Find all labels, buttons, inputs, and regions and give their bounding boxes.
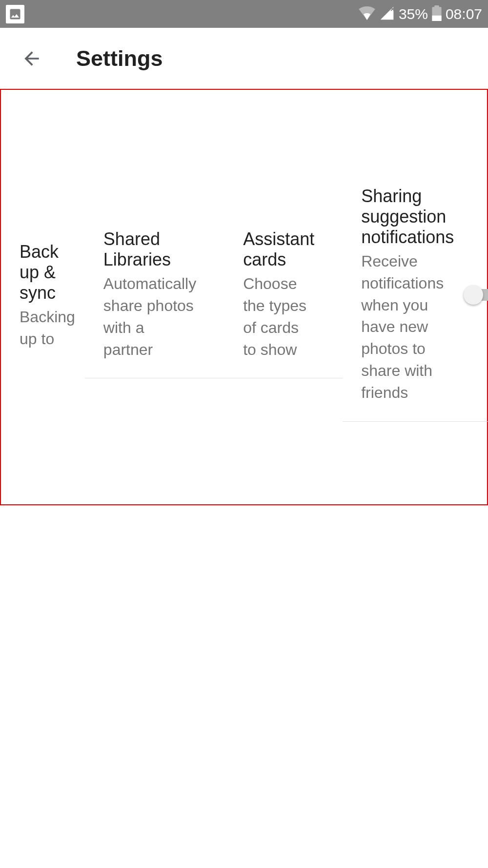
battery-percentage: 35% bbox=[399, 6, 428, 22]
svg-rect-2 bbox=[434, 5, 439, 8]
app-bar: Settings bbox=[0, 28, 488, 89]
setting-backup-sync[interactable]: Back up & sync Backing up to Shared Libr… bbox=[0, 89, 488, 505]
setting-title: Back up & sync bbox=[20, 242, 75, 303]
wifi-icon bbox=[359, 6, 375, 22]
photo-notification-icon bbox=[6, 5, 24, 23]
svg-rect-3 bbox=[432, 15, 441, 21]
sharing-suggestion-toggle[interactable] bbox=[464, 285, 488, 305]
page-title: Settings bbox=[76, 46, 163, 71]
setting-sharing-suggestion[interactable]: Sharing suggestion notifications Receive… bbox=[343, 170, 488, 422]
clock-time: 08:07 bbox=[446, 6, 482, 22]
setting-subtitle: Receive notifications when you have new … bbox=[361, 250, 454, 404]
setting-shared-libraries[interactable]: Shared Libraries Automatically share pho… bbox=[85, 213, 224, 378]
setting-assistant-cards[interactable]: Assistant cards Choose the types of card… bbox=[224, 213, 343, 378]
setting-subtitle: Choose the types of cards to show bbox=[243, 273, 314, 360]
status-left bbox=[6, 5, 24, 23]
back-button[interactable] bbox=[20, 46, 44, 71]
settings-list: Back up & sync Backing up to Shared Libr… bbox=[0, 89, 488, 505]
setting-title: Sharing suggestion notifications bbox=[361, 186, 454, 248]
setting-title: Assistant cards bbox=[243, 229, 314, 270]
setting-subtitle: Backing up to bbox=[20, 306, 75, 350]
svg-text:×: × bbox=[390, 5, 395, 13]
signal-icon: × bbox=[379, 5, 395, 23]
setting-subtitle: Automatically share photos with a partne… bbox=[103, 273, 196, 360]
setting-title: Shared Libraries bbox=[103, 229, 196, 270]
status-bar: × 35% 08:07 bbox=[0, 0, 488, 28]
status-right: × 35% 08:07 bbox=[359, 5, 482, 23]
battery-icon bbox=[432, 5, 442, 23]
